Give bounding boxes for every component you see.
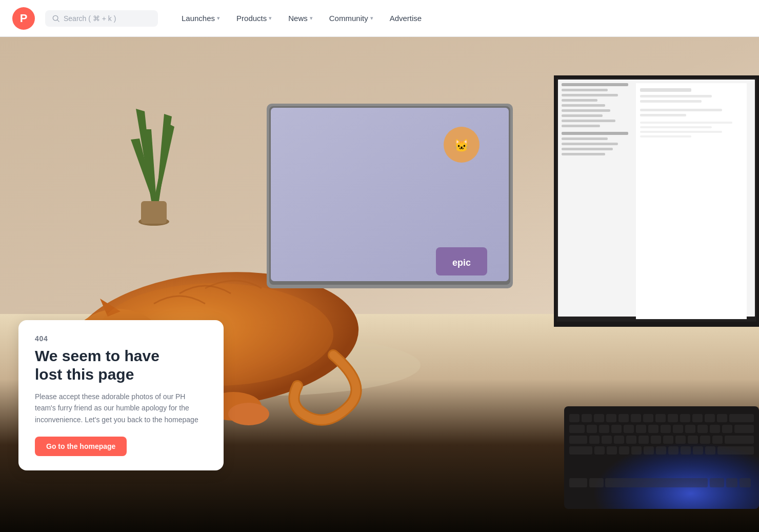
nav-links: Launches ▾ Products ▾ News ▾ Community ▾… xyxy=(174,10,429,27)
svg-rect-47 xyxy=(636,83,747,319)
ph-logo-icon: P xyxy=(12,7,35,30)
nav-advertise[interactable]: Advertise xyxy=(383,10,429,27)
logo[interactable]: P xyxy=(12,7,35,30)
error-code: 404 xyxy=(35,334,207,343)
svg-rect-41 xyxy=(562,125,600,127)
svg-rect-35 xyxy=(562,94,618,96)
hero-section: 🐱 epic xyxy=(0,37,759,532)
svg-rect-53 xyxy=(640,122,732,124)
svg-text:epic: epic xyxy=(452,258,471,268)
svg-rect-4 xyxy=(141,201,167,224)
svg-point-21 xyxy=(228,403,269,425)
svg-rect-52 xyxy=(640,114,686,116)
search-bar[interactable]: Search ( ⌘ + k ) xyxy=(45,10,158,27)
error-description: Please accept these adorable photos of o… xyxy=(35,391,207,425)
nav-advertise-label: Advertise xyxy=(390,14,422,23)
nav-news[interactable]: News ▾ xyxy=(281,10,320,27)
nav-news-label: News xyxy=(288,14,308,23)
nav-products-label: Products xyxy=(236,14,267,23)
nav-products-chevron: ▾ xyxy=(269,15,272,22)
svg-rect-36 xyxy=(562,99,597,102)
svg-rect-50 xyxy=(640,100,702,103)
svg-text:🐱: 🐱 xyxy=(454,138,469,153)
go-to-homepage-button[interactable]: Go to the homepage xyxy=(35,437,127,456)
svg-rect-38 xyxy=(562,109,610,112)
svg-rect-43 xyxy=(562,137,608,140)
svg-rect-46 xyxy=(562,153,605,155)
svg-rect-48 xyxy=(640,88,691,92)
svg-rect-51 xyxy=(640,109,722,111)
svg-rect-42 xyxy=(562,132,628,135)
search-placeholder-text: Search ( ⌘ + k ) xyxy=(64,14,116,23)
svg-rect-55 xyxy=(640,131,722,133)
nav-community[interactable]: Community ▾ xyxy=(322,10,381,27)
svg-rect-54 xyxy=(640,126,712,128)
svg-rect-39 xyxy=(562,114,603,117)
nav-products[interactable]: Products ▾ xyxy=(229,10,279,27)
navbar: P Search ( ⌘ + k ) Launches ▾ Products ▾… xyxy=(0,0,759,37)
nav-launches[interactable]: Launches ▾ xyxy=(174,10,227,27)
nav-community-chevron: ▾ xyxy=(370,15,373,22)
svg-rect-118 xyxy=(564,406,759,509)
nav-launches-chevron: ▾ xyxy=(217,15,220,22)
svg-rect-49 xyxy=(640,95,712,97)
svg-rect-34 xyxy=(562,89,608,91)
error-title: We seem to have lost this page xyxy=(35,347,207,384)
svg-rect-40 xyxy=(562,120,615,122)
svg-line-1 xyxy=(57,19,59,22)
svg-rect-44 xyxy=(562,143,618,145)
error-card: 404 We seem to have lost this page Pleas… xyxy=(18,320,224,470)
svg-rect-45 xyxy=(562,148,613,150)
nav-launches-label: Launches xyxy=(182,14,215,23)
svg-rect-33 xyxy=(562,83,628,86)
nav-news-chevron: ▾ xyxy=(310,15,313,22)
search-icon xyxy=(52,15,59,22)
nav-community-label: Community xyxy=(329,14,368,23)
svg-rect-56 xyxy=(640,135,691,137)
svg-rect-37 xyxy=(562,104,605,107)
